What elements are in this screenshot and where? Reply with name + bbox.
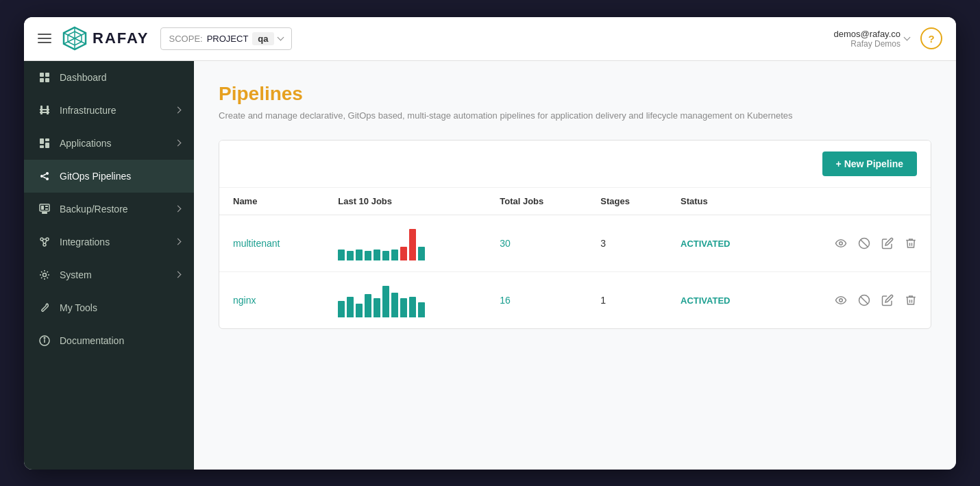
svg-point-18 <box>46 172 49 175</box>
svg-rect-16 <box>40 145 44 148</box>
header-right: demos@rafay.co Rafay Demos ? <box>834 27 943 49</box>
sidebar-item-infrastructure[interactable]: Infrastructure <box>24 94 194 127</box>
col-name: Name <box>219 188 324 215</box>
hamburger-button[interactable] <box>38 34 51 43</box>
stages-value: 1 <box>587 271 667 328</box>
sidebar-item-infrastructure-label: Infrastructure <box>60 105 167 116</box>
scope-value: qa <box>252 32 273 45</box>
sidebar-item-my-tools-label: My Tools <box>60 302 180 313</box>
green-bar <box>400 298 407 317</box>
total-jobs-value[interactable]: 30 <box>500 238 511 249</box>
dashboard-icon <box>38 71 51 84</box>
svg-line-31 <box>42 240 44 243</box>
scope-type: PROJECT <box>207 34 249 44</box>
rafay-logo-icon <box>62 26 87 51</box>
edit-button[interactable] <box>881 237 894 250</box>
svg-rect-7 <box>40 78 44 82</box>
total-jobs-value[interactable]: 16 <box>500 295 511 306</box>
view-button[interactable] <box>835 294 847 306</box>
col-stages: Stages <box>587 188 667 215</box>
green-bar <box>338 301 345 317</box>
scope-chevron-icon <box>277 34 284 41</box>
disable-button[interactable] <box>858 294 870 306</box>
green-bar <box>391 250 398 260</box>
row-actions <box>789 237 917 250</box>
green-bar <box>391 293 398 317</box>
pipelines-table-container: + New Pipeline Name Last 10 Jobs Total J… <box>219 140 931 329</box>
svg-rect-24 <box>45 206 48 207</box>
sidebar: Dashboard Infrastructure Applications <box>24 61 194 470</box>
content-area: Pipelines Create and manage declarative,… <box>194 61 956 470</box>
table-header-bar: + New Pipeline <box>219 141 931 188</box>
pipelines-table: Name Last 10 Jobs Total Jobs Stages Stat… <box>219 188 931 328</box>
sidebar-item-integrations[interactable]: Integrations <box>24 226 194 258</box>
new-pipeline-label: + New Pipeline <box>836 158 903 169</box>
main-layout: Dashboard Infrastructure Applications <box>24 61 956 470</box>
green-bar <box>347 251 354 260</box>
table-row: nginx161ACTIVATED <box>219 271 931 328</box>
table-body: multitenant303ACTIVATED nginx161ACTIVATE… <box>219 215 931 328</box>
table-head: Name Last 10 Jobs Total Jobs Stages Stat… <box>219 188 931 215</box>
docs-icon <box>38 334 51 348</box>
infrastructure-arrow-icon <box>175 107 182 114</box>
backup-icon <box>38 202 51 216</box>
green-bar <box>356 250 363 260</box>
system-arrow-icon <box>175 271 182 278</box>
scope-selector[interactable]: SCOPE: PROJECT qa <box>160 27 292 50</box>
sidebar-item-documentation[interactable]: Documentation <box>24 324 194 357</box>
svg-rect-23 <box>41 206 44 210</box>
row-actions <box>789 294 917 306</box>
svg-point-40 <box>840 298 843 302</box>
new-pipeline-button[interactable]: + New Pipeline <box>822 151 917 176</box>
delete-button[interactable] <box>905 237 917 250</box>
integrations-icon <box>38 235 51 249</box>
view-button[interactable] <box>835 237 847 250</box>
backup-arrow-icon <box>175 206 182 212</box>
help-button[interactable]: ? <box>920 27 942 49</box>
svg-line-21 <box>43 177 46 178</box>
logo-text: RAFAY <box>93 29 149 47</box>
svg-point-17 <box>40 175 43 178</box>
col-total-jobs: Total Jobs <box>486 188 587 215</box>
green-bar <box>409 297 416 317</box>
svg-rect-14 <box>45 138 49 141</box>
logo: RAFAY <box>62 26 149 51</box>
svg-rect-11 <box>40 106 42 114</box>
svg-point-37 <box>840 241 843 245</box>
sidebar-item-dashboard[interactable]: Dashboard <box>24 61 194 94</box>
delete-button[interactable] <box>905 294 917 306</box>
table-row: multitenant303ACTIVATED <box>219 215 931 271</box>
svg-point-33 <box>43 273 47 276</box>
sidebar-item-system[interactable]: System <box>24 258 194 291</box>
sidebar-item-documentation-label: Documentation <box>60 335 180 346</box>
applications-arrow-icon <box>175 140 182 147</box>
sidebar-item-integrations-label: Integrations <box>60 236 167 247</box>
sidebar-item-applications[interactable]: Applications <box>24 127 194 160</box>
svg-rect-15 <box>45 143 49 148</box>
tools-icon <box>38 301 51 315</box>
app-window: RAFAY SCOPE: PROJECT qa demos@rafay.co R… <box>24 17 956 470</box>
col-last-jobs: Last 10 Jobs <box>324 188 486 215</box>
integrations-arrow-icon <box>175 239 182 245</box>
sidebar-item-backup-restore[interactable]: Backup/Restore <box>24 193 194 226</box>
status-badge: ACTIVATED <box>681 295 730 306</box>
svg-line-42 <box>861 296 868 304</box>
svg-rect-12 <box>47 106 49 114</box>
sidebar-item-my-tools[interactable]: My Tools <box>24 291 194 324</box>
sidebar-item-gitops-label: GitOps Pipelines <box>60 171 180 182</box>
sidebar-item-gitops-pipelines[interactable]: GitOps Pipelines <box>24 160 194 193</box>
svg-line-32 <box>45 240 47 243</box>
edit-button[interactable] <box>881 294 894 306</box>
user-menu[interactable]: demos@rafay.co Rafay Demos <box>834 29 910 49</box>
sidebar-item-system-label: System <box>60 269 167 280</box>
svg-point-36 <box>44 337 45 339</box>
green-bar <box>418 302 425 317</box>
svg-point-19 <box>46 178 49 180</box>
pipeline-name-link[interactable]: nginx <box>233 295 256 306</box>
infrastructure-icon <box>38 104 51 117</box>
red-bar <box>409 229 416 260</box>
pipeline-name-link[interactable]: multitenant <box>233 238 280 249</box>
disable-button[interactable] <box>858 237 870 250</box>
svg-rect-25 <box>45 208 48 210</box>
scope-label: SCOPE: <box>169 34 203 44</box>
